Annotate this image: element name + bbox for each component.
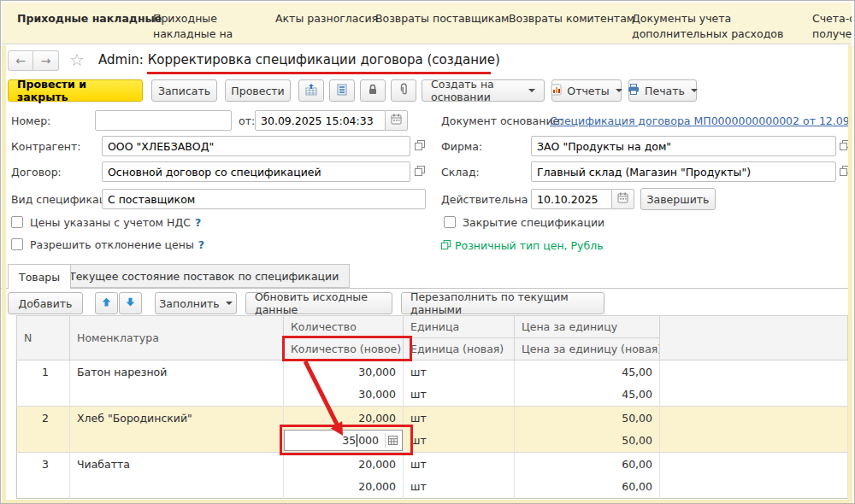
reports-button[interactable]: Отчеты [551,79,622,102]
valid-until-calendar-button[interactable] [611,189,634,209]
cell-quantity-new-editing[interactable]: 35000 [284,430,404,453]
app-window: Приходные накладные Приходные накладные … [0,0,855,504]
price-type-link[interactable]: Розничный тип цен, Рубль [441,239,604,252]
cell-unit[interactable]: шт [404,453,515,476]
lock-button[interactable] [360,79,386,102]
valid-until-input[interactable]: 10.10.2025 [531,189,612,209]
open-icon [415,140,425,153]
cell-quantity-new[interactable]: 20,000 [284,476,404,499]
refresh-source-data-button[interactable]: Обновить исходные данные [245,292,392,314]
print-button[interactable]: Печать [628,79,697,102]
cell-unit-new[interactable]: шт [404,430,515,453]
cell-unit-new[interactable]: шт [404,476,515,499]
cell-price[interactable]: 60,00 [515,453,660,476]
create-on-base-button[interactable]: Создать на основании [422,79,545,102]
counterparty-label: Контрагент: [11,140,81,153]
history-nav: ← → [8,50,59,71]
calculator-button[interactable] [385,433,399,448]
menu-item-incoming-invoices[interactable]: Приходные накладные [17,11,162,26]
counterparty-open-button[interactable] [412,138,428,154]
header-quantity[interactable]: Количество [284,316,404,338]
cell-unit-new[interactable]: шт [404,384,515,407]
menu-item-additional-expense-docs[interactable]: Документы учета дополнительных расходов [632,11,810,41]
fill-button[interactable]: Заполнить [155,292,237,314]
cell-price-new[interactable]: 50,00 [515,430,660,453]
document-date-input[interactable]: 30.09.2025 15:04:33 [255,110,386,131]
chevron-down-icon [616,89,622,92]
cell-nomenclature[interactable]: Чиабатта [70,453,284,499]
help-icon[interactable]: ? [195,216,201,229]
help-icon[interactable]: ? [198,238,204,251]
move-row-down-button[interactable] [119,292,142,314]
cell-empty[interactable] [660,360,848,407]
price-deviation-text: Разрешить отклонение цены [30,238,194,251]
number-label: Номер: [11,114,50,127]
base-doc-link[interactable]: Спецификация договора МП0000000000002 от… [550,114,850,127]
paperclip-icon [398,83,410,99]
menu-item-discrepancy-acts[interactable]: Акты разногласия [275,11,378,26]
cell-nomenclature[interactable]: Батон нарезной [70,360,284,407]
list-icon [336,83,348,99]
move-row-up-button[interactable] [95,292,118,314]
cell-unit[interactable]: шт [404,360,515,384]
menu-item-invoices-received[interactable]: Счета-фа полученн [812,11,852,41]
document-date-calendar-button[interactable] [385,110,408,131]
cell-empty[interactable] [660,407,848,453]
cell-nomenclature[interactable]: Хлеб "Бородинский" [70,407,284,453]
header-quantity-new[interactable]: Количество (новое) [284,338,404,360]
cell-price[interactable]: 45,00 [515,360,660,384]
post-and-close-button[interactable]: Провести и закрыть [8,79,143,102]
calendar-icon [617,192,628,206]
menu-item-returns-consignors[interactable]: Возвраты комитентам [509,11,634,26]
cell-quantity[interactable]: 20,000 [284,407,404,430]
warehouse-label: Склад: [441,166,480,179]
price-deviation-checkbox[interactable] [11,238,23,250]
header-price-new[interactable]: Цена за единицу (новая) [515,338,660,360]
add-row-button[interactable]: Добавить [8,292,83,314]
tab-current-state[interactable]: Текущее состояние поставок по спецификац… [58,264,350,288]
cell-n[interactable]: 3 [17,453,70,499]
cell-price[interactable]: 50,00 [515,407,660,430]
cell-price-new[interactable]: 60,00 [515,476,660,499]
quantity-edit-input[interactable]: 35000 [284,430,403,451]
cell-n[interactable]: 2 [17,407,70,453]
contract-open-button[interactable] [412,164,428,179]
cell-quantity[interactable]: 20,000 [284,453,404,476]
spec-closing-checkbox[interactable] [444,216,456,228]
menu-item-returns-suppliers[interactable]: Возвраты поставщикам [375,11,510,26]
finish-button[interactable]: Завершить [640,188,716,210]
document-list-button[interactable] [329,79,355,102]
contract-input[interactable]: Основной договор со спецификацией [102,161,410,182]
cell-price-new[interactable]: 45,00 [515,384,660,407]
counterparty-input[interactable]: ООО "ХЛЕБЗАВОД" [102,136,410,156]
back-button[interactable]: ← [8,50,33,71]
tab-goods[interactable]: Товары [8,264,71,289]
refill-current-data-button[interactable]: Перезаполнить по текущим данными [401,292,604,314]
spec-type-input[interactable]: С поставщиком [102,189,426,209]
post-button[interactable]: Провести [225,79,291,102]
number-input[interactable] [95,110,232,131]
document-movements-button[interactable] [298,79,324,102]
cell-n[interactable]: 1 [17,360,70,407]
menu-item-incoming-invoices-realization[interactable]: Приходные накладные на реализацию [153,11,283,44]
window-bottom-edge [2,500,852,504]
header-nomenclature[interactable]: Номенклатура [70,316,284,360]
cell-unit[interactable]: шт [404,407,515,430]
favorite-star-icon[interactable]: ☆ [69,50,85,70]
firm-input[interactable]: ЗАО "Продукты на дом" [531,136,836,156]
vat-included-checkbox[interactable] [11,216,23,228]
attachments-button[interactable] [391,79,416,102]
header-unit-new[interactable]: Единица (новая) [404,338,515,360]
cell-empty[interactable] [660,453,848,499]
warehouse-input[interactable]: Главный склад (Магазин "Продукты") [531,161,836,182]
write-button[interactable]: Записать [151,79,217,102]
forward-button[interactable]: → [33,50,59,71]
cell-quantity-new[interactable]: 30,000 [284,384,404,407]
header-price[interactable]: Цена за единицу [515,316,660,338]
header-n[interactable]: N [17,316,70,360]
window-left-edge [2,45,6,503]
title-user-prefix: Admin: [98,52,144,67]
cell-quantity[interactable]: 30,000 [284,360,404,384]
title-main: Корректировка спецификации договора (соз… [148,52,500,67]
header-unit[interactable]: Единица [404,316,515,338]
